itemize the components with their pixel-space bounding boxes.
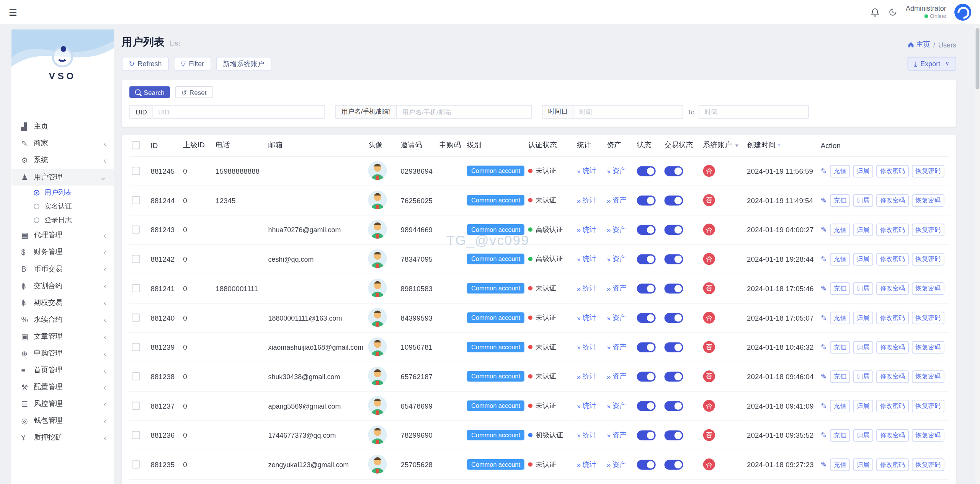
stats-link[interactable]: » 统计 xyxy=(577,284,596,293)
change-password-button[interactable]: 修改密码 xyxy=(876,429,909,442)
recharge-button[interactable]: 充值 xyxy=(830,370,850,383)
status-toggle[interactable] xyxy=(637,342,656,352)
user-avatar-image[interactable] xyxy=(368,308,387,326)
assets-link[interactable]: » 资产 xyxy=(607,401,626,410)
edit-pencil-icon[interactable]: ✎ xyxy=(821,401,827,410)
stats-link[interactable]: » 统计 xyxy=(577,342,596,352)
trade-status-toggle[interactable] xyxy=(665,342,683,352)
belong-button[interactable]: 归属 xyxy=(853,194,873,207)
recharge-button[interactable]: 充值 xyxy=(830,341,850,354)
stats-link[interactable]: » 统计 xyxy=(577,166,596,175)
assets-link[interactable]: » 资产 xyxy=(607,166,626,175)
sidebar-item-homepage-management[interactable]: ≡ 首页管理 ‹ xyxy=(11,362,114,378)
user-avatar-image[interactable] xyxy=(368,367,387,385)
trade-status-toggle[interactable] xyxy=(665,225,683,235)
row-checkbox[interactable] xyxy=(132,167,140,175)
user-avatar-image[interactable] xyxy=(368,337,387,356)
trade-status-toggle[interactable] xyxy=(665,313,683,323)
belong-button[interactable]: 归属 xyxy=(853,429,873,442)
restore-password-button[interactable]: 恢复密码 xyxy=(912,253,944,265)
edit-pencil-icon[interactable]: ✎ xyxy=(821,460,827,469)
edit-pencil-icon[interactable]: ✎ xyxy=(821,343,827,352)
recharge-button[interactable]: 充值 xyxy=(830,282,850,295)
export-button[interactable]: ⤓ Export ∨ xyxy=(907,57,956,71)
sidebar-item-finance-management[interactable]: $ 财务管理 ‹ xyxy=(11,244,114,261)
restore-password-button[interactable]: 恢复密码 xyxy=(912,282,944,295)
recharge-button[interactable]: 充值 xyxy=(830,311,850,324)
assets-link[interactable]: » 资产 xyxy=(607,460,626,469)
user-avatar[interactable] xyxy=(954,4,971,21)
status-toggle[interactable] xyxy=(637,166,656,176)
belong-button[interactable]: 归属 xyxy=(853,370,873,383)
stats-link[interactable]: » 统计 xyxy=(577,225,596,234)
row-checkbox[interactable] xyxy=(132,402,140,410)
assets-link[interactable]: » 资产 xyxy=(607,254,626,263)
trade-status-toggle[interactable] xyxy=(665,430,683,440)
select-all-checkbox[interactable] xyxy=(132,142,140,150)
sidebar-item-perpetual-contract[interactable]: % 永续合约 ‹ xyxy=(11,311,114,328)
edit-pencil-icon[interactable]: ✎ xyxy=(821,225,827,234)
user-avatar-image[interactable] xyxy=(368,278,387,297)
admin-info[interactable]: Administrator Online xyxy=(906,4,946,20)
add-system-account-button[interactable]: 新增系统账户 xyxy=(216,57,271,71)
trade-status-toggle[interactable] xyxy=(665,460,683,469)
edit-pencil-icon[interactable]: ✎ xyxy=(821,166,827,175)
search-button[interactable]: Search xyxy=(129,86,170,98)
sidebar-item-wallet-management[interactable]: ◎ 钱包管理 ‹ xyxy=(11,412,114,429)
row-checkbox[interactable] xyxy=(132,343,140,351)
stats-link[interactable]: » 统计 xyxy=(577,313,596,322)
change-password-button[interactable]: 修改密码 xyxy=(876,458,909,471)
sidebar-item-user-management[interactable]: ♟ 用户管理 ⌄ xyxy=(11,169,114,186)
sidebar-subitem-login-log[interactable]: 登录日志 xyxy=(11,213,114,227)
assets-link[interactable]: » 资产 xyxy=(607,372,626,381)
user-avatar-image[interactable] xyxy=(368,220,387,238)
status-toggle[interactable] xyxy=(637,283,656,293)
recharge-button[interactable]: 充值 xyxy=(830,399,850,412)
restore-password-button[interactable]: 恢复密码 xyxy=(912,311,944,324)
change-password-button[interactable]: 修改密码 xyxy=(876,370,909,383)
row-checkbox[interactable] xyxy=(132,255,140,263)
stats-link[interactable]: » 统计 xyxy=(577,430,596,440)
trade-status-toggle[interactable] xyxy=(665,372,683,381)
breadcrumb-current[interactable]: Users xyxy=(938,41,956,49)
belong-button[interactable]: 归属 xyxy=(853,399,873,412)
change-password-button[interactable]: 修改密码 xyxy=(876,165,909,177)
sort-ascending-icon[interactable]: ↑ xyxy=(777,141,781,149)
user-avatar-image[interactable] xyxy=(368,190,387,209)
change-password-button[interactable]: 修改密码 xyxy=(876,223,909,236)
restore-password-button[interactable]: 恢复密码 xyxy=(912,194,944,207)
belong-button[interactable]: 归属 xyxy=(853,253,873,265)
stats-link[interactable]: » 统计 xyxy=(577,254,596,263)
assets-link[interactable]: » 资产 xyxy=(607,342,626,352)
column-filter-icon[interactable]: ▼ xyxy=(734,143,739,149)
restore-password-button[interactable]: 恢复密码 xyxy=(912,165,944,177)
belong-button[interactable]: 归属 xyxy=(853,165,873,177)
restore-password-button[interactable]: 恢复密码 xyxy=(912,429,944,442)
stats-link[interactable]: » 统计 xyxy=(577,196,596,205)
sidebar-item-config-management[interactable]: ⚒ 配置管理 ‹ xyxy=(11,378,114,395)
scrollbar-thumb[interactable] xyxy=(976,28,980,89)
refresh-button[interactable]: ↻ Refresh xyxy=(122,57,168,71)
sidebar-item-subscribe-management[interactable]: ⊕ 申购管理 ‹ xyxy=(11,345,114,362)
recharge-button[interactable]: 充值 xyxy=(830,458,850,471)
trade-status-toggle[interactable] xyxy=(665,254,683,264)
sidebar-item-system[interactable]: ⚙ 系统 ‹ xyxy=(11,152,114,169)
sidebar-item-delivery-contract[interactable]: ฿ 交割合约 ‹ xyxy=(11,277,114,294)
row-checkbox[interactable] xyxy=(132,284,140,292)
belong-button[interactable]: 归属 xyxy=(853,311,873,324)
restore-password-button[interactable]: 恢复密码 xyxy=(912,458,944,471)
status-toggle[interactable] xyxy=(637,313,656,323)
sidebar-subitem-real-name-auth[interactable]: 实名认证 xyxy=(11,199,114,213)
breadcrumb-home-link[interactable]: 主页 xyxy=(908,40,930,49)
sidebar-item-merchant[interactable]: ✎ 商家 ‹ xyxy=(11,135,114,152)
user-avatar-image[interactable] xyxy=(368,425,387,444)
change-password-button[interactable]: 修改密码 xyxy=(876,341,909,354)
edit-pencil-icon[interactable]: ✎ xyxy=(821,196,827,205)
sidebar-item-article-management[interactable]: ▣ 文章管理 ‹ xyxy=(11,328,114,345)
row-checkbox[interactable] xyxy=(132,461,140,469)
belong-button[interactable]: 归属 xyxy=(853,458,873,471)
sidebar-item-home[interactable]: ▟ 主页 xyxy=(11,118,114,135)
assets-link[interactable]: » 资产 xyxy=(607,225,626,234)
trade-status-toggle[interactable] xyxy=(665,166,683,176)
edit-pencil-icon[interactable]: ✎ xyxy=(821,372,827,381)
